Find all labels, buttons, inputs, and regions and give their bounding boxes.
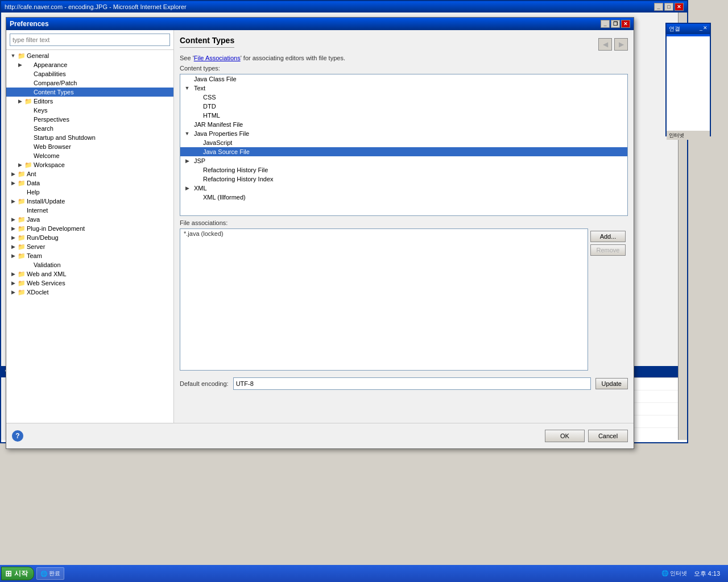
tray-internet: 🌐 인터넷 — [661, 569, 687, 577]
sec-minimize[interactable]: _ — [700, 25, 702, 33]
tree-item-appearance[interactable]: ▶ Appearance — [6, 60, 173, 69]
taskbar-ie[interactable]: 🌐 완료 — [36, 567, 64, 580]
tree-item-xdoclet[interactable]: ▶ 📁 XDoclet — [6, 288, 173, 297]
dialog-footer: ? OK Cancel — [6, 423, 634, 448]
start-button[interactable]: ⊞ 시작 — [1, 567, 34, 580]
browser-maximize-btn[interactable]: □ — [664, 3, 673, 11]
icon-capabilities — [24, 70, 32, 78]
dialog-restore-btn[interactable]: ❐ — [611, 20, 620, 28]
encoding-input[interactable] — [233, 377, 591, 390]
browser-title-bar: http://cafe.naver.com - encoding.JPG - M… — [1, 1, 687, 13]
tree-item-perspectives[interactable]: Perspectives — [6, 115, 173, 124]
ct-css[interactable]: CSS — [180, 93, 627, 102]
tree-item-java[interactable]: ▶ 📁 Java — [6, 215, 173, 224]
folder-icon-workspace: 📁 — [24, 161, 32, 169]
tree-item-install[interactable]: ▶ 📁 Install/Update — [6, 197, 173, 206]
tree-item-startup[interactable]: Startup and Shutdown — [6, 133, 173, 142]
ct-html[interactable]: HTML — [180, 111, 627, 120]
ct-refactor-index[interactable]: Refactoring History Index — [180, 174, 627, 184]
browser-close-btn[interactable]: ✕ — [675, 3, 684, 11]
tree-item-run-debug[interactable]: ▶ 📁 Run/Debug — [6, 233, 173, 242]
ct-xml[interactable]: ▶ XML — [180, 184, 627, 193]
tree-item-web-browser[interactable]: Web Browser — [6, 142, 173, 151]
file-associations-link[interactable]: File Associations — [194, 55, 241, 61]
ct-jar-manifest[interactable]: JAR Manifest File — [180, 120, 627, 129]
expander-welcome — [15, 152, 24, 160]
tree-item-plugin[interactable]: ▶ 📁 Plug-in Development — [6, 224, 173, 233]
ct-label-xml: XML — [192, 185, 207, 192]
ct-exp-html — [192, 111, 201, 119]
ct-javascript[interactable]: JavaScript — [180, 138, 627, 147]
sec-close[interactable]: ✕ — [703, 25, 708, 33]
ct-exp-java-source — [192, 148, 201, 156]
file-assoc-box[interactable]: *.java (locked) — [180, 228, 588, 371]
tree-item-validation[interactable]: Validation — [6, 260, 173, 269]
ct-label-refactor-file: Refactoring History File — [201, 167, 268, 173]
ct-label-xml-ill: XML (Illformed) — [201, 194, 246, 201]
nav-back-btn[interactable]: ◀ — [598, 38, 612, 51]
icon-help-tree — [18, 188, 26, 196]
tree-label-capabilities: Capabilities — [34, 70, 66, 77]
ct-exp-js — [192, 139, 201, 147]
tree-item-internet[interactable]: Internet — [6, 206, 173, 215]
tree-item-web-xml[interactable]: ▶ 📁 Web and XML — [6, 269, 173, 278]
tree-label-startup: Startup and Shutdown — [34, 134, 96, 141]
icon-welcome — [24, 152, 32, 160]
update-btn[interactable]: Update — [595, 378, 628, 389]
assoc-btn-col: Add... Remove — [588, 228, 628, 374]
content-types-tree-box[interactable]: Java Class File ▼ Text CSS DTD — [180, 74, 628, 216]
browser-title-controls: _ □ ✕ — [654, 3, 684, 11]
tree-label-general: General — [27, 52, 49, 59]
ok-btn[interactable]: OK — [545, 430, 585, 442]
dialog-minimize-btn[interactable]: _ — [601, 20, 610, 28]
tree-label-data: Data — [27, 180, 40, 186]
browser-minimize-btn[interactable]: _ — [654, 3, 663, 11]
tree-label-search: Search — [34, 125, 53, 132]
icon-web-browser — [24, 143, 32, 151]
ct-exp-text: ▼ — [183, 84, 192, 92]
ct-refactor-file[interactable]: Refactoring History File — [180, 165, 627, 174]
tree-item-content-types[interactable]: Content Types — [6, 88, 173, 97]
ct-jsp[interactable]: ▶ JSP — [180, 156, 627, 165]
tree-item-server[interactable]: ▶ 📁 Server — [6, 242, 173, 251]
ct-label-jsp: JSP — [192, 157, 205, 164]
ct-java-source[interactable]: Java Source File — [180, 147, 627, 156]
cancel-btn[interactable]: Cancel — [588, 430, 628, 442]
tree-item-workspace[interactable]: ▶ 📁 Workspace — [6, 160, 173, 169]
tree-item-compare[interactable]: Compare/Patch — [6, 78, 173, 88]
ct-exp-refactor-index — [192, 175, 201, 183]
ct-java-class[interactable]: Java Class File — [180, 74, 627, 84]
tree-item-team[interactable]: ▶ 📁 Team — [6, 251, 173, 260]
desc-prefix: See ' — [180, 55, 194, 61]
tree-item-keys[interactable]: Keys — [6, 106, 173, 115]
help-icon[interactable]: ? — [12, 430, 23, 442]
tree-item-data[interactable]: ▶ 📁 Data — [6, 178, 173, 188]
ct-label-js: JavaScript — [201, 139, 232, 146]
ct-java-props[interactable]: ▼ Java Properties File — [180, 129, 627, 138]
expander-startup — [15, 134, 24, 142]
add-btn[interactable]: Add... — [590, 231, 626, 242]
ct-exp-dtd — [192, 102, 201, 110]
desc-suffix: ' for associating editors with file type… — [241, 55, 345, 61]
ct-xml-illformed[interactable]: XML (Illformed) — [180, 193, 627, 202]
tree-item-web-services[interactable]: ▶ 📁 Web Services — [6, 278, 173, 288]
secondary-content — [667, 36, 710, 131]
dialog-close-btn[interactable]: ✕ — [621, 20, 630, 28]
ct-exp-jar — [183, 120, 192, 128]
tree-item-general[interactable]: ▼ 📁 General — [6, 51, 173, 60]
ct-dtd[interactable]: DTD — [180, 102, 627, 111]
tree-item-help[interactable]: Help — [6, 188, 173, 197]
nav-forward-btn[interactable]: ▶ — [614, 38, 628, 51]
ct-text[interactable]: ▼ Text — [180, 84, 627, 93]
tree-label-perspectives: Perspectives — [34, 116, 69, 123]
tree-item-editors[interactable]: ▶ 📁 Editors — [6, 97, 173, 106]
tree-item-ant[interactable]: ▶ 📁 Ant — [6, 169, 173, 178]
filter-input[interactable] — [10, 34, 170, 46]
remove-btn[interactable]: Remove — [590, 244, 626, 256]
folder-icon-data: 📁 — [18, 179, 26, 187]
folder-icon-general: 📁 — [18, 52, 26, 60]
tree-item-capabilities[interactable]: Capabilities — [6, 69, 173, 78]
tree-item-search[interactable]: Search — [6, 124, 173, 133]
file-assoc-item-java[interactable]: *.java (locked) — [180, 229, 588, 238]
tree-item-welcome[interactable]: Welcome — [6, 151, 173, 160]
